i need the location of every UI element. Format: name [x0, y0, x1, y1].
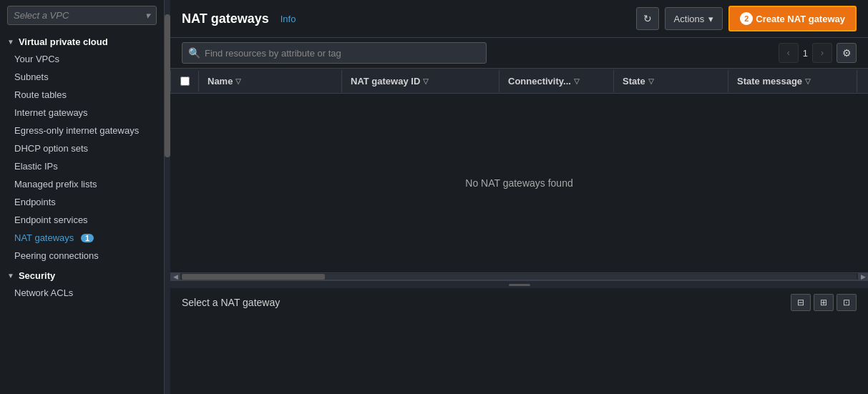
sidebar: Select a VPC ▾ ▼ Virtual private cloud Y… — [0, 0, 165, 394]
page-title: NAT gateways — [182, 11, 269, 26]
page-number: 1 — [803, 48, 808, 59]
sidebar-scrollbar[interactable] — [165, 0, 170, 394]
panel-drag-handle[interactable] — [170, 281, 868, 288]
message-sort-icon[interactable]: ▽ — [805, 77, 811, 85]
pagination-prev[interactable]: ‹ — [779, 43, 799, 63]
table-area: Name ▽ NAT gateway ID ▽ Connectivity... … — [170, 69, 868, 280]
search-container: 🔍 — [182, 42, 487, 64]
create-label: Create NAT gateway — [756, 14, 845, 24]
th-connectivity: Connectivity... ▽ — [499, 70, 614, 92]
sidebar-item-route-tables[interactable]: Route tables — [0, 86, 164, 104]
sidebar-scrollbar-thumb — [165, 14, 170, 157]
search-input[interactable] — [205, 48, 480, 59]
refresh-button[interactable]: ↻ — [636, 7, 659, 30]
bottom-panel: Select a NAT gateway ⊟ ⊞ ⊡ — [170, 280, 868, 394]
vpc-selector[interactable]: Select a VPC ▾ — [7, 6, 157, 25]
pagination-next[interactable]: › — [812, 43, 832, 63]
state-sort-icon[interactable]: ▽ — [648, 77, 654, 85]
sidebar-section-security[interactable]: ▼ Security — [0, 265, 164, 284]
vpc-select-chevron: ▾ — [145, 10, 150, 21]
create-badge: 2 — [740, 12, 753, 25]
th-name: Name ▽ — [199, 70, 342, 92]
main-content: NAT gateways Info ↻ Actions ▾ 2 Create N… — [170, 0, 868, 394]
search-icon: 🔍 — [188, 47, 200, 59]
sidebar-item-network-acls[interactable]: Network ACLs — [0, 284, 164, 302]
vpc-select-placeholder: Select a VPC — [14, 10, 69, 21]
drag-handle-bar — [509, 284, 530, 286]
actions-button[interactable]: Actions ▾ — [665, 7, 723, 30]
th-nat-gateway-id: NAT gateway ID ▽ — [342, 70, 499, 92]
scroll-right-arrow[interactable]: ▶ — [858, 273, 868, 280]
sidebar-item-nat-gateways[interactable]: NAT gateways 1 — [0, 229, 164, 247]
connectivity-sort-icon[interactable]: ▽ — [574, 77, 580, 85]
sidebar-item-dhcp[interactable]: DHCP option sets — [0, 139, 164, 157]
security-section-chevron: ▼ — [7, 272, 14, 280]
scroll-left-arrow[interactable]: ◀ — [170, 273, 180, 280]
security-section-label: Security — [19, 270, 55, 281]
table-settings-button[interactable]: ⚙ — [837, 43, 857, 63]
th-checkbox — [170, 71, 199, 92]
vpc-section-chevron: ▼ — [7, 38, 14, 46]
panel-maximize-button[interactable]: ⊡ — [837, 294, 857, 311]
refresh-icon: ↻ — [643, 13, 652, 24]
id-sort-icon[interactable]: ▽ — [423, 77, 429, 85]
bottom-panel-title: Select a NAT gateway — [182, 297, 280, 308]
sidebar-item-managed-prefix[interactable]: Managed prefix lists — [0, 175, 164, 193]
select-all-checkbox[interactable] — [180, 77, 190, 86]
sidebar-section-vpc[interactable]: ▼ Virtual private cloud — [0, 31, 164, 50]
sidebar-item-elastic-ips[interactable]: Elastic IPs — [0, 157, 164, 175]
search-bar: 🔍 ‹ 1 › ⚙ — [170, 38, 868, 69]
actions-label: Actions — [674, 14, 705, 24]
sidebar-item-subnets[interactable]: Subnets — [0, 68, 164, 86]
sidebar-item-endpoints[interactable]: Endpoints — [0, 193, 164, 211]
bottom-panel-header: Select a NAT gateway ⊟ ⊞ ⊡ — [170, 288, 868, 317]
sidebar-item-peering-connections[interactable]: Peering connections — [0, 247, 164, 265]
table-header: Name ▽ NAT gateway ID ▽ Connectivity... … — [170, 69, 868, 94]
nat-gateways-badge: 1 — [81, 234, 94, 242]
horizontal-scrollbar[interactable]: ◀ ▶ — [170, 272, 868, 280]
bottom-panel-controls: ⊟ ⊞ ⊡ — [791, 294, 857, 311]
top-bar: NAT gateways Info ↻ Actions ▾ 2 Create N… — [170, 0, 868, 38]
vpc-section-label: Virtual private cloud — [19, 36, 108, 47]
info-link[interactable]: Info — [281, 14, 296, 24]
actions-chevron: ▾ — [708, 14, 713, 24]
create-nat-gateway-button[interactable]: 2 Create NAT gateway — [728, 6, 857, 31]
sidebar-item-egress-only[interactable]: Egress-only internet gateways — [0, 122, 164, 139]
panel-restore-button[interactable]: ⊞ — [814, 294, 834, 311]
sidebar-item-your-vpcs[interactable]: Your VPCs — [0, 50, 164, 68]
name-sort-icon[interactable]: ▽ — [235, 77, 241, 85]
panel-minimize-button[interactable]: ⊟ — [791, 294, 811, 311]
scrollbar-thumb — [182, 274, 325, 280]
table-empty-state: No NAT gateways found — [170, 94, 868, 272]
scrollbar-track[interactable] — [182, 274, 857, 280]
th-state-message: State message ▽ — [728, 70, 857, 92]
sidebar-item-endpoint-services[interactable]: Endpoint services — [0, 211, 164, 229]
th-state: State ▽ — [614, 70, 728, 92]
sidebar-item-internet-gateways[interactable]: Internet gateways — [0, 104, 164, 122]
empty-message: No NAT gateways found — [465, 177, 572, 189]
pagination-controls: ‹ 1 › ⚙ — [779, 43, 857, 63]
